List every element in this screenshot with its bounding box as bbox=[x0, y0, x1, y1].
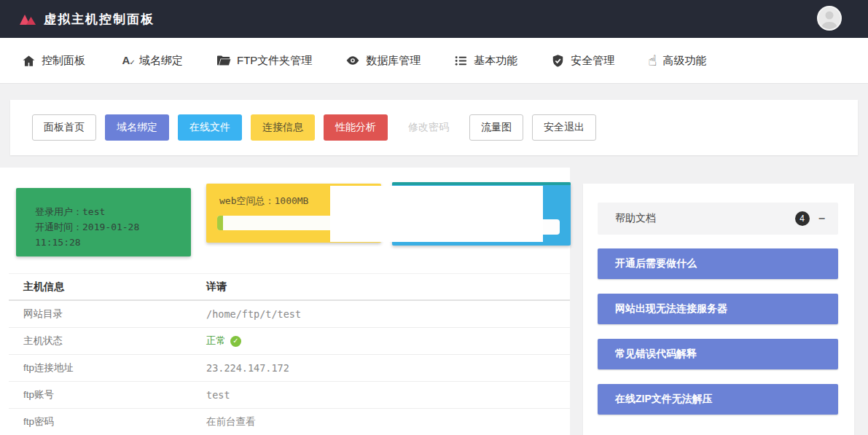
help-link[interactable]: 开通后需要做什么 bbox=[598, 248, 838, 279]
help-docs-header: 帮助文档 4 − bbox=[598, 203, 838, 235]
redacted-area bbox=[330, 186, 543, 242]
online-files-button[interactable]: 在线文件 bbox=[178, 114, 242, 141]
row-label: 网站目录 bbox=[9, 307, 206, 321]
hand-icon: ☝ bbox=[648, 53, 657, 68]
row-label: ftp账号 bbox=[9, 388, 206, 401]
row-label: ftp连接地址 bbox=[9, 361, 206, 375]
nav-item-label: 域名绑定 bbox=[139, 54, 183, 68]
row-label: ftp密码 bbox=[9, 415, 206, 428]
nav-item-control-panel[interactable]: 控制面板 bbox=[22, 54, 85, 68]
table-row: ftp账号 test bbox=[9, 382, 570, 409]
collapse-minus-icon[interactable]: − bbox=[818, 213, 825, 224]
virtual-host-control-panel: 虚拟主机控制面板 控制面板 A✓ 域名绑定 FTP文件夹管理 bbox=[0, 0, 868, 435]
flow-box-top-strip bbox=[392, 182, 571, 185]
table-row: 主机状态 正常 ✓ bbox=[9, 328, 570, 355]
domain-binding-button[interactable]: 域名绑定 bbox=[105, 114, 169, 141]
table-row: ftp密码 在前台查看 bbox=[9, 409, 570, 435]
table-row: 网站目录 /home/ftp/t/test bbox=[9, 301, 570, 328]
open-date-text: 开通时间：2019-01-28 bbox=[35, 219, 191, 235]
list-icon bbox=[454, 54, 468, 68]
safe-logout-button[interactable]: 安全退出 bbox=[532, 114, 596, 141]
nav-item-label: 安全管理 bbox=[571, 54, 614, 68]
shield-check-icon bbox=[551, 54, 565, 68]
eye-icon bbox=[345, 53, 360, 68]
home-icon bbox=[22, 54, 36, 68]
host-info-table: 主机信息 详请 网站目录 /home/ftp/t/test 主机状态 正常 ✓ … bbox=[9, 273, 570, 435]
table-header-row: 主机信息 详请 bbox=[9, 274, 570, 301]
nav-item-label: 基本功能 bbox=[474, 54, 517, 68]
spellcheck-icon: A✓ bbox=[119, 53, 133, 68]
app-title: 虚拟主机控制面板 bbox=[44, 11, 155, 28]
help-links-list: 开通后需要做什么 网站出现无法连接服务器 常见错误代码解释 在线ZIP文件无法解… bbox=[598, 248, 838, 415]
user-avatar[interactable] bbox=[817, 6, 842, 31]
site-directory-value: /home/ftp/t/test bbox=[206, 308, 570, 320]
login-info-box: 登录用户：test 开通时间：2019-01-28 11:15:28 bbox=[16, 188, 191, 256]
ftp-address-value: 23.224.147.172 bbox=[206, 362, 570, 374]
help-docs-title: 帮助文档 bbox=[615, 212, 656, 225]
column-header-host-info: 主机信息 bbox=[9, 281, 206, 294]
web-space-progress-fill bbox=[217, 216, 223, 230]
quick-actions-card: 面板首页 域名绑定 在线文件 连接信息 性能分析 修改密码 流量图 安全退出 bbox=[10, 100, 858, 155]
nav-item-label: 高级功能 bbox=[663, 54, 707, 68]
panel-home-button[interactable]: 面板首页 bbox=[32, 114, 96, 141]
nav-item-basic-functions[interactable]: 基本功能 bbox=[454, 54, 517, 68]
mountain-logo-icon bbox=[20, 13, 37, 26]
help-count-badge: 4 bbox=[795, 211, 810, 226]
status-check-icon: ✓ bbox=[230, 336, 241, 347]
nav-item-advanced[interactable]: ☝ 高级功能 bbox=[648, 53, 706, 68]
login-user-text: 登录用户：test bbox=[35, 204, 191, 219]
top-header-bar: 虚拟主机控制面板 bbox=[0, 0, 868, 38]
nav-item-label: 控制面板 bbox=[42, 54, 85, 68]
help-link[interactable]: 在线ZIP文件无法解压 bbox=[598, 384, 838, 415]
folder-icon bbox=[216, 54, 231, 67]
table-row: ftp连接地址 23.224.147.172 bbox=[9, 355, 570, 382]
nav-item-label: 数据库管理 bbox=[366, 54, 421, 68]
connection-info-button[interactable]: 连接信息 bbox=[251, 114, 315, 141]
nav-item-database[interactable]: 数据库管理 bbox=[345, 53, 421, 68]
traffic-graph-button[interactable]: 流量图 bbox=[469, 114, 523, 141]
row-label: 主机状态 bbox=[9, 334, 206, 348]
performance-analysis-button[interactable]: 性能分析 bbox=[324, 114, 388, 141]
ftp-account-value: test bbox=[206, 389, 570, 401]
ftp-password-value: 在前台查看 bbox=[206, 415, 570, 428]
open-time-text: 11:15:28 bbox=[35, 235, 191, 250]
nav-item-ftp-folder[interactable]: FTP文件夹管理 bbox=[216, 54, 312, 68]
column-header-details: 详请 bbox=[206, 281, 570, 294]
help-docs-panel: 帮助文档 4 − 开通后需要做什么 网站出现无法连接服务器 常见错误代码解释 在… bbox=[583, 184, 854, 435]
help-link[interactable]: 常见错误代码解释 bbox=[598, 339, 838, 369]
nav-item-domain-binding[interactable]: A✓ 域名绑定 bbox=[119, 53, 183, 68]
nav-item-label: FTP文件夹管理 bbox=[237, 54, 312, 68]
help-link[interactable]: 网站出现无法连接服务器 bbox=[598, 294, 838, 324]
host-status-value: 正常 bbox=[206, 334, 226, 348]
change-password-button[interactable]: 修改密码 bbox=[396, 114, 461, 141]
nav-item-security[interactable]: 安全管理 bbox=[551, 54, 614, 68]
main-navigation: 控制面板 A✓ 域名绑定 FTP文件夹管理 数据库管理 基本功能 bbox=[0, 38, 868, 84]
